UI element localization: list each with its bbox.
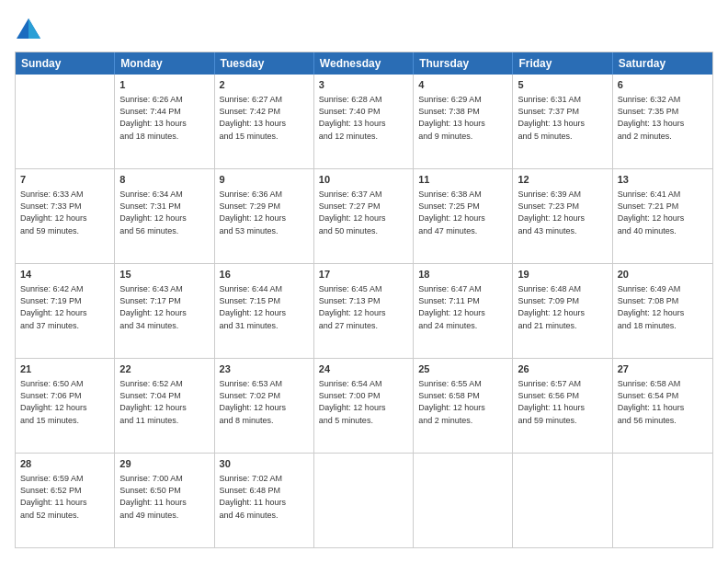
cal-cell-day-9: 9Sunrise: 6:36 AMSunset: 7:29 PMDaylight… bbox=[215, 169, 314, 263]
day-number: 24 bbox=[319, 362, 408, 376]
cal-cell-empty bbox=[314, 454, 414, 547]
header bbox=[15, 15, 713, 42]
calendar: SundayMondayTuesdayWednesdayThursdayFrid… bbox=[15, 52, 713, 548]
cal-cell-day-12: 12Sunrise: 6:39 AMSunset: 7:23 PMDayligh… bbox=[513, 169, 612, 263]
cal-cell-day-22: 22Sunrise: 6:52 AMSunset: 7:04 PMDayligh… bbox=[115, 359, 214, 453]
cal-cell-day-3: 3Sunrise: 6:28 AMSunset: 7:40 PMDaylight… bbox=[314, 75, 414, 168]
day-number: 5 bbox=[518, 78, 607, 92]
cal-cell-empty bbox=[16, 75, 115, 168]
cal-cell-day-15: 15Sunrise: 6:43 AMSunset: 7:17 PMDayligh… bbox=[115, 264, 214, 358]
day-number: 15 bbox=[119, 268, 209, 282]
cell-info: Sunrise: 6:44 AMSunset: 7:15 PMDaylight:… bbox=[220, 283, 309, 331]
day-number: 1 bbox=[119, 78, 209, 92]
cal-cell-day-6: 6Sunrise: 6:32 AMSunset: 7:35 PMDaylight… bbox=[613, 75, 712, 168]
cell-info: Sunrise: 6:52 AMSunset: 7:04 PMDaylight:… bbox=[119, 378, 209, 426]
cal-cell-day-27: 27Sunrise: 6:58 AMSunset: 6:54 PMDayligh… bbox=[613, 359, 712, 453]
cell-info: Sunrise: 7:02 AMSunset: 6:48 PMDaylight:… bbox=[220, 473, 309, 521]
cal-cell-day-20: 20Sunrise: 6:49 AMSunset: 7:08 PMDayligh… bbox=[613, 264, 712, 358]
day-number: 16 bbox=[220, 268, 309, 282]
calendar-row-4: 21Sunrise: 6:50 AMSunset: 7:06 PMDayligh… bbox=[16, 359, 712, 454]
cal-cell-day-24: 24Sunrise: 6:54 AMSunset: 7:00 PMDayligh… bbox=[314, 359, 414, 453]
cal-cell-empty bbox=[414, 454, 513, 547]
cal-cell-day-2: 2Sunrise: 6:27 AMSunset: 7:42 PMDaylight… bbox=[215, 75, 314, 168]
cal-cell-day-21: 21Sunrise: 6:50 AMSunset: 7:06 PMDayligh… bbox=[16, 359, 115, 453]
cal-cell-day-18: 18Sunrise: 6:47 AMSunset: 7:11 PMDayligh… bbox=[414, 264, 513, 358]
cell-info: Sunrise: 6:27 AMSunset: 7:42 PMDaylight:… bbox=[220, 94, 309, 142]
day-number: 9 bbox=[220, 173, 309, 187]
cell-info: Sunrise: 6:48 AMSunset: 7:09 PMDaylight:… bbox=[518, 283, 607, 331]
cell-info: Sunrise: 6:29 AMSunset: 7:38 PMDaylight:… bbox=[418, 94, 507, 142]
cell-info: Sunrise: 6:41 AMSunset: 7:21 PMDaylight:… bbox=[618, 189, 708, 236]
cell-info: Sunrise: 7:00 AMSunset: 6:50 PMDaylight:… bbox=[119, 473, 209, 521]
day-number: 26 bbox=[518, 362, 607, 376]
cell-info: Sunrise: 6:55 AMSunset: 6:58 PMDaylight:… bbox=[418, 378, 507, 426]
cal-cell-day-11: 11Sunrise: 6:38 AMSunset: 7:25 PMDayligh… bbox=[414, 169, 513, 263]
cell-info: Sunrise: 6:32 AMSunset: 7:35 PMDaylight:… bbox=[618, 94, 708, 142]
day-number: 29 bbox=[119, 457, 209, 471]
day-number: 2 bbox=[220, 78, 309, 92]
day-number: 7 bbox=[20, 173, 109, 187]
cell-info: Sunrise: 6:36 AMSunset: 7:29 PMDaylight:… bbox=[220, 189, 309, 236]
cell-info: Sunrise: 6:38 AMSunset: 7:25 PMDaylight:… bbox=[418, 189, 507, 236]
header-day-wednesday: Wednesday bbox=[314, 52, 414, 75]
day-number: 25 bbox=[418, 362, 507, 376]
cal-cell-day-7: 7Sunrise: 6:33 AMSunset: 7:33 PMDaylight… bbox=[16, 169, 115, 263]
cal-cell-day-23: 23Sunrise: 6:53 AMSunset: 7:02 PMDayligh… bbox=[215, 359, 314, 453]
cal-cell-empty bbox=[613, 454, 712, 547]
cell-info: Sunrise: 6:37 AMSunset: 7:27 PMDaylight:… bbox=[319, 189, 408, 236]
day-number: 3 bbox=[319, 78, 408, 92]
day-number: 21 bbox=[20, 362, 109, 376]
cell-info: Sunrise: 6:26 AMSunset: 7:44 PMDaylight:… bbox=[119, 94, 209, 142]
cal-cell-day-17: 17Sunrise: 6:45 AMSunset: 7:13 PMDayligh… bbox=[314, 264, 414, 358]
header-day-saturday: Saturday bbox=[613, 52, 712, 75]
day-number: 17 bbox=[319, 268, 408, 282]
cell-info: Sunrise: 6:43 AMSunset: 7:17 PMDaylight:… bbox=[119, 283, 209, 331]
calendar-header: SundayMondayTuesdayWednesdayThursdayFrid… bbox=[16, 52, 712, 75]
cal-cell-day-26: 26Sunrise: 6:57 AMSunset: 6:56 PMDayligh… bbox=[513, 359, 612, 453]
cell-info: Sunrise: 6:42 AMSunset: 7:19 PMDaylight:… bbox=[20, 283, 109, 331]
day-number: 28 bbox=[20, 457, 109, 471]
header-day-friday: Friday bbox=[513, 52, 612, 75]
cal-cell-day-8: 8Sunrise: 6:34 AMSunset: 7:31 PMDaylight… bbox=[115, 169, 214, 263]
cal-cell-day-29: 29Sunrise: 7:00 AMSunset: 6:50 PMDayligh… bbox=[115, 454, 214, 547]
cell-info: Sunrise: 6:57 AMSunset: 6:56 PMDaylight:… bbox=[518, 378, 607, 426]
cal-cell-day-1: 1Sunrise: 6:26 AMSunset: 7:44 PMDaylight… bbox=[115, 75, 214, 168]
day-number: 11 bbox=[418, 173, 507, 187]
svg-marker-1 bbox=[28, 18, 40, 39]
day-number: 13 bbox=[618, 173, 708, 187]
day-number: 6 bbox=[618, 78, 708, 92]
calendar-row-5: 28Sunrise: 6:59 AMSunset: 6:52 PMDayligh… bbox=[16, 454, 712, 547]
calendar-row-2: 7Sunrise: 6:33 AMSunset: 7:33 PMDaylight… bbox=[16, 169, 712, 264]
day-number: 4 bbox=[418, 78, 507, 92]
cal-cell-day-28: 28Sunrise: 6:59 AMSunset: 6:52 PMDayligh… bbox=[16, 454, 115, 547]
day-number: 30 bbox=[220, 457, 309, 471]
cell-info: Sunrise: 6:39 AMSunset: 7:23 PMDaylight:… bbox=[518, 189, 607, 236]
day-number: 8 bbox=[119, 173, 209, 187]
cal-cell-day-19: 19Sunrise: 6:48 AMSunset: 7:09 PMDayligh… bbox=[513, 264, 612, 358]
cal-cell-day-13: 13Sunrise: 6:41 AMSunset: 7:21 PMDayligh… bbox=[613, 169, 712, 263]
cell-info: Sunrise: 6:49 AMSunset: 7:08 PMDaylight:… bbox=[618, 283, 708, 331]
cal-cell-day-14: 14Sunrise: 6:42 AMSunset: 7:19 PMDayligh… bbox=[16, 264, 115, 358]
cell-info: Sunrise: 6:58 AMSunset: 6:54 PMDaylight:… bbox=[618, 378, 708, 426]
logo-icon bbox=[15, 15, 42, 42]
cal-cell-day-25: 25Sunrise: 6:55 AMSunset: 6:58 PMDayligh… bbox=[414, 359, 513, 453]
cal-cell-day-10: 10Sunrise: 6:37 AMSunset: 7:27 PMDayligh… bbox=[314, 169, 414, 263]
logo bbox=[15, 15, 46, 42]
day-number: 18 bbox=[418, 268, 507, 282]
day-number: 27 bbox=[618, 362, 708, 376]
header-day-sunday: Sunday bbox=[16, 52, 115, 75]
cal-cell-day-5: 5Sunrise: 6:31 AMSunset: 7:37 PMDaylight… bbox=[513, 75, 612, 168]
day-number: 12 bbox=[518, 173, 607, 187]
cell-info: Sunrise: 6:53 AMSunset: 7:02 PMDaylight:… bbox=[220, 378, 309, 426]
day-number: 19 bbox=[518, 268, 607, 282]
day-number: 10 bbox=[319, 173, 408, 187]
calendar-row-1: 1Sunrise: 6:26 AMSunset: 7:44 PMDaylight… bbox=[16, 75, 712, 169]
cal-cell-day-30: 30Sunrise: 7:02 AMSunset: 6:48 PMDayligh… bbox=[215, 454, 314, 547]
day-number: 23 bbox=[220, 362, 309, 376]
cell-info: Sunrise: 6:28 AMSunset: 7:40 PMDaylight:… bbox=[319, 94, 408, 142]
cal-cell-day-4: 4Sunrise: 6:29 AMSunset: 7:38 PMDaylight… bbox=[414, 75, 513, 168]
day-number: 22 bbox=[119, 362, 209, 376]
calendar-body: 1Sunrise: 6:26 AMSunset: 7:44 PMDaylight… bbox=[16, 75, 712, 547]
cal-cell-empty bbox=[513, 454, 612, 547]
cell-info: Sunrise: 6:47 AMSunset: 7:11 PMDaylight:… bbox=[418, 283, 507, 331]
